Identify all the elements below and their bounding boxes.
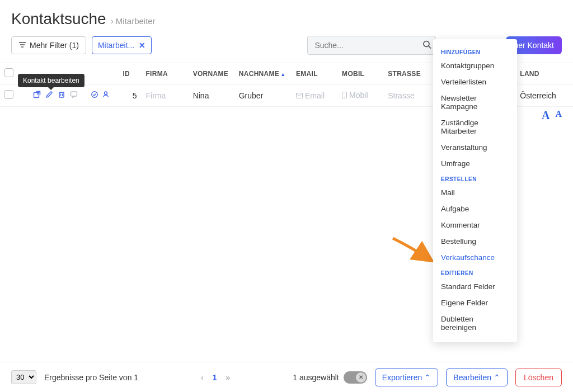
page-title: Kontaktsuche bbox=[11, 10, 106, 28]
font-small-button[interactable]: A bbox=[555, 109, 562, 122]
col-email[interactable]: EMAIL bbox=[292, 63, 337, 84]
cell-email[interactable]: Email bbox=[296, 91, 325, 100]
menu-mitarbeiter[interactable]: Zuständige Mitarbeiter bbox=[433, 115, 517, 139]
svg-point-3 bbox=[424, 41, 429, 47]
dropdown-section-add: HINZUFÜGEN bbox=[433, 45, 517, 58]
svg-line-6 bbox=[37, 92, 40, 95]
person-icon[interactable] bbox=[102, 91, 110, 100]
menu-umfrage[interactable]: Umfrage bbox=[433, 155, 517, 172]
more-filter-button[interactable]: Mehr Filter (1) bbox=[11, 36, 86, 54]
pager-prev[interactable]: ‹ bbox=[201, 373, 204, 382]
per-page-label: Ergebnisse pro Seite von 1 bbox=[44, 373, 138, 382]
selection-toggle[interactable]: ✕ bbox=[344, 371, 367, 384]
filter-chip-label: Mitarbeit... bbox=[98, 41, 134, 50]
menu-newsletter[interactable]: Newsletter Kampagne bbox=[433, 90, 517, 115]
breadcrumb[interactable]: Mitarbeiter bbox=[111, 16, 156, 26]
cell-nachname: Gruber bbox=[234, 84, 292, 107]
svg-rect-7 bbox=[59, 93, 64, 97]
bearbeiten-dropdown: HINZUFÜGEN Kontaktgruppen Verteilerliste… bbox=[433, 39, 517, 342]
col-id[interactable]: ID bbox=[118, 63, 141, 84]
cell-firma[interactable]: Firma bbox=[145, 91, 166, 100]
edit-label: Bearbeiten bbox=[453, 373, 491, 382]
dropdown-section-edit: EDITIEREN bbox=[433, 266, 517, 278]
selected-count: 1 ausgewählt bbox=[293, 373, 339, 382]
filter-icon bbox=[18, 41, 26, 50]
cell-mobil[interactable]: Mobil bbox=[342, 91, 368, 100]
menu-standard-felder[interactable]: Standard Felder bbox=[433, 278, 517, 295]
cell-vorname: Nina bbox=[189, 84, 234, 107]
cell-id: 5 bbox=[118, 84, 141, 107]
dropdown-section-create: ERSTELLEN bbox=[433, 172, 517, 185]
tooltip: Kontakt bearbeiten bbox=[18, 74, 84, 87]
delete-button[interactable]: Löschen bbox=[515, 369, 562, 386]
col-nachname[interactable]: NACHNAME▲ bbox=[234, 63, 292, 84]
menu-kommentar[interactable]: Kommentar bbox=[433, 217, 517, 233]
menu-aufgabe[interactable]: Aufgabe bbox=[433, 201, 517, 217]
sort-indicator-icon: ▲ bbox=[280, 72, 285, 77]
col-land[interactable]: LAND bbox=[515, 63, 573, 84]
annotation-arrow bbox=[391, 236, 435, 267]
open-icon[interactable] bbox=[33, 91, 41, 98]
task-icon[interactable] bbox=[91, 91, 98, 100]
menu-eigene-felder[interactable]: Eigene Felder bbox=[433, 295, 517, 311]
svg-point-13 bbox=[104, 92, 107, 95]
pager-next[interactable]: » bbox=[226, 373, 231, 382]
row-checkbox[interactable] bbox=[4, 90, 13, 99]
comment-icon[interactable] bbox=[70, 91, 78, 98]
menu-dubletten[interactable]: Dubletten bereinigen bbox=[433, 311, 517, 336]
col-vorname[interactable]: VORNAME bbox=[189, 63, 234, 84]
svg-point-16 bbox=[344, 97, 345, 97]
edit-button[interactable]: Bearbeiten ⌃ bbox=[446, 369, 508, 386]
svg-point-12 bbox=[92, 92, 97, 97]
svg-line-4 bbox=[429, 46, 431, 49]
cell-strasse[interactable]: Strasse bbox=[388, 91, 414, 100]
menu-bestellung[interactable]: Bestellung bbox=[433, 233, 517, 249]
menu-verteilerlisten[interactable]: Verteilerlisten bbox=[433, 74, 517, 90]
menu-verkaufschance[interactable]: Verkaufschance bbox=[433, 249, 517, 266]
export-label: Exportieren bbox=[382, 373, 422, 382]
menu-kontaktgruppen[interactable]: Kontaktgruppen bbox=[433, 58, 517, 74]
menu-veranstaltung[interactable]: Veranstaltung bbox=[433, 139, 517, 155]
menu-mail[interactable]: Mail bbox=[433, 185, 517, 201]
page-size-select[interactable]: 30 bbox=[11, 370, 36, 384]
close-icon[interactable]: ✕ bbox=[139, 41, 145, 50]
cell-land: Österreich bbox=[515, 84, 573, 107]
font-large-button[interactable]: A bbox=[542, 109, 549, 122]
edit-icon[interactable] bbox=[45, 91, 53, 98]
delete-icon[interactable] bbox=[58, 91, 65, 98]
search-icon[interactable] bbox=[422, 40, 431, 51]
select-all-checkbox[interactable] bbox=[4, 68, 13, 77]
svg-rect-11 bbox=[71, 92, 77, 96]
chevron-up-icon: ⌃ bbox=[424, 373, 431, 382]
pager-page[interactable]: 1 bbox=[213, 373, 217, 382]
more-filter-label: Mehr Filter (1) bbox=[30, 41, 79, 50]
search-input[interactable] bbox=[307, 36, 436, 55]
chevron-up-icon: ⌃ bbox=[494, 373, 500, 382]
filter-chip[interactable]: Mitarbeit... ✕ bbox=[92, 36, 152, 54]
col-strasse[interactable]: STRASSE bbox=[383, 63, 429, 84]
export-button[interactable]: Exportieren ⌃ bbox=[375, 369, 439, 386]
new-contact-label: uer Kontakt bbox=[514, 41, 554, 50]
col-mobil[interactable]: MOBIL bbox=[337, 63, 383, 84]
col-firma[interactable]: FIRMA bbox=[141, 63, 188, 84]
